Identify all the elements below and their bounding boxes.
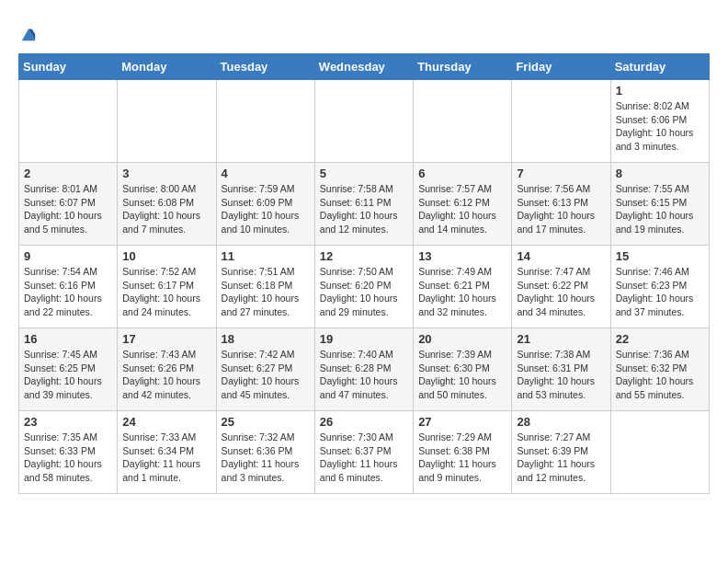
calendar-cell: 20Sunrise: 7:39 AM Sunset: 6:30 PM Dayli… (414, 328, 512, 411)
calendar-cell: 21Sunrise: 7:38 AM Sunset: 6:31 PM Dayli… (512, 328, 610, 411)
day-number: 27 (418, 415, 506, 429)
day-number: 1 (616, 84, 704, 98)
calendar-cell (118, 80, 216, 163)
day-info: Sunrise: 7:47 AM Sunset: 6:22 PM Dayligh… (517, 265, 605, 319)
day-number: 23 (24, 415, 112, 429)
day-number: 3 (122, 167, 210, 180)
day-info: Sunrise: 7:36 AM Sunset: 6:32 PM Dayligh… (616, 348, 704, 402)
day-number: 10 (122, 249, 210, 263)
day-info: Sunrise: 7:27 AM Sunset: 6:39 PM Dayligh… (517, 431, 605, 485)
calendar-cell: 3Sunrise: 8:00 AM Sunset: 6:08 PM Daylig… (118, 163, 216, 246)
calendar-cell: 15Sunrise: 7:46 AM Sunset: 6:23 PM Dayli… (610, 246, 709, 328)
day-number: 12 (320, 249, 408, 263)
weekday-tuesday: Tuesday (216, 54, 314, 80)
day-info: Sunrise: 7:46 AM Sunset: 6:23 PM Dayligh… (616, 265, 704, 319)
calendar-cell: 7Sunrise: 7:56 AM Sunset: 6:13 PM Daylig… (512, 163, 610, 246)
day-number: 25 (222, 415, 310, 429)
logo-icon (20, 26, 37, 42)
calendar-cell: 14Sunrise: 7:47 AM Sunset: 6:22 PM Dayli… (512, 246, 610, 328)
weekday-wednesday: Wednesday (314, 54, 413, 80)
day-info: Sunrise: 7:59 AM Sunset: 6:09 PM Dayligh… (222, 182, 310, 236)
day-info: Sunrise: 7:45 AM Sunset: 6:25 PM Dayligh… (24, 348, 112, 402)
day-info: Sunrise: 8:00 AM Sunset: 6:08 PM Dayligh… (122, 182, 210, 236)
calendar-cell: 4Sunrise: 7:59 AM Sunset: 6:09 PM Daylig… (216, 163, 314, 246)
weekday-header-row: SundayMondayTuesdayWednesdayThursdayFrid… (19, 54, 710, 80)
day-number: 16 (24, 332, 112, 346)
calendar-cell: 10Sunrise: 7:52 AM Sunset: 6:17 PM Dayli… (118, 246, 216, 328)
day-info: Sunrise: 7:51 AM Sunset: 6:18 PM Dayligh… (222, 265, 310, 319)
day-number: 15 (616, 249, 704, 263)
day-info: Sunrise: 7:58 AM Sunset: 6:11 PM Dayligh… (320, 182, 408, 236)
weekday-saturday: Saturday (610, 54, 709, 80)
week-row-1: 1Sunrise: 8:02 AM Sunset: 6:06 PM Daylig… (19, 80, 710, 163)
day-number: 13 (418, 249, 506, 263)
calendar-cell: 2Sunrise: 8:01 AM Sunset: 6:07 PM Daylig… (19, 163, 118, 246)
weekday-sunday: Sunday (19, 54, 118, 80)
day-info: Sunrise: 7:30 AM Sunset: 6:37 PM Dayligh… (320, 431, 408, 485)
day-info: Sunrise: 7:39 AM Sunset: 6:30 PM Dayligh… (418, 348, 506, 402)
calendar-cell: 1Sunrise: 8:02 AM Sunset: 6:06 PM Daylig… (610, 80, 709, 163)
calendar-cell: 24Sunrise: 7:33 AM Sunset: 6:34 PM Dayli… (118, 411, 216, 494)
day-info: Sunrise: 7:35 AM Sunset: 6:33 PM Dayligh… (24, 431, 112, 485)
calendar-cell: 18Sunrise: 7:42 AM Sunset: 6:27 PM Dayli… (216, 328, 314, 411)
calendar-cell: 16Sunrise: 7:45 AM Sunset: 6:25 PM Dayli… (19, 328, 118, 411)
calendar-cell: 9Sunrise: 7:54 AM Sunset: 6:16 PM Daylig… (19, 246, 118, 328)
calendar-cell: 25Sunrise: 7:32 AM Sunset: 6:36 PM Dayli… (216, 411, 314, 494)
day-number: 26 (320, 415, 408, 429)
day-number: 11 (222, 249, 310, 263)
day-info: Sunrise: 7:40 AM Sunset: 6:28 PM Dayligh… (320, 348, 408, 402)
day-number: 22 (616, 332, 704, 346)
day-number: 7 (517, 167, 605, 180)
calendar-cell: 12Sunrise: 7:50 AM Sunset: 6:20 PM Dayli… (314, 246, 413, 328)
calendar-cell: 23Sunrise: 7:35 AM Sunset: 6:33 PM Dayli… (19, 411, 118, 494)
day-info: Sunrise: 7:57 AM Sunset: 6:12 PM Dayligh… (418, 182, 506, 236)
week-row-3: 9Sunrise: 7:54 AM Sunset: 6:16 PM Daylig… (19, 246, 710, 328)
calendar-cell: 28Sunrise: 7:27 AM Sunset: 6:39 PM Dayli… (512, 411, 610, 494)
day-info: Sunrise: 7:33 AM Sunset: 6:34 PM Dayligh… (122, 431, 210, 485)
weekday-friday: Friday (512, 54, 610, 80)
calendar-cell: 6Sunrise: 7:57 AM Sunset: 6:12 PM Daylig… (414, 163, 512, 246)
day-info: Sunrise: 7:42 AM Sunset: 6:27 PM Dayligh… (222, 348, 310, 402)
day-number: 2 (24, 167, 112, 180)
day-info: Sunrise: 7:43 AM Sunset: 6:26 PM Dayligh… (122, 348, 210, 402)
day-number: 19 (320, 332, 408, 346)
day-info: Sunrise: 7:32 AM Sunset: 6:36 PM Dayligh… (222, 431, 310, 485)
day-info: Sunrise: 7:50 AM Sunset: 6:20 PM Dayligh… (320, 265, 408, 319)
weekday-monday: Monday (118, 54, 216, 80)
logo (18, 26, 37, 44)
day-number: 18 (222, 332, 310, 346)
day-number: 17 (122, 332, 210, 346)
day-number: 21 (517, 332, 605, 346)
calendar-cell: 27Sunrise: 7:29 AM Sunset: 6:38 PM Dayli… (414, 411, 512, 494)
calendar-table: SundayMondayTuesdayWednesdayThursdayFrid… (18, 53, 710, 494)
day-number: 6 (418, 167, 506, 180)
week-row-2: 2Sunrise: 8:01 AM Sunset: 6:07 PM Daylig… (19, 163, 710, 246)
calendar-cell (19, 80, 118, 163)
calendar-cell: 17Sunrise: 7:43 AM Sunset: 6:26 PM Dayli… (118, 328, 216, 411)
day-info: Sunrise: 7:52 AM Sunset: 6:17 PM Dayligh… (122, 265, 210, 319)
day-number: 8 (616, 167, 704, 180)
day-info: Sunrise: 7:56 AM Sunset: 6:13 PM Dayligh… (517, 182, 605, 236)
day-number: 5 (320, 167, 408, 180)
calendar-cell (414, 80, 512, 163)
header (18, 18, 710, 44)
week-row-4: 16Sunrise: 7:45 AM Sunset: 6:25 PM Dayli… (19, 328, 710, 411)
calendar-cell (512, 80, 610, 163)
calendar-cell (610, 411, 709, 494)
calendar-cell: 22Sunrise: 7:36 AM Sunset: 6:32 PM Dayli… (610, 328, 709, 411)
day-info: Sunrise: 8:01 AM Sunset: 6:07 PM Dayligh… (24, 182, 112, 236)
calendar-cell: 13Sunrise: 7:49 AM Sunset: 6:21 PM Dayli… (414, 246, 512, 328)
calendar-cell (216, 80, 314, 163)
calendar-cell: 8Sunrise: 7:55 AM Sunset: 6:15 PM Daylig… (610, 163, 709, 246)
day-number: 9 (24, 249, 112, 263)
day-info: Sunrise: 7:29 AM Sunset: 6:38 PM Dayligh… (418, 431, 506, 485)
calendar-cell: 11Sunrise: 7:51 AM Sunset: 6:18 PM Dayli… (216, 246, 314, 328)
day-info: Sunrise: 7:54 AM Sunset: 6:16 PM Dayligh… (24, 265, 112, 319)
day-info: Sunrise: 7:38 AM Sunset: 6:31 PM Dayligh… (517, 348, 605, 402)
day-number: 28 (517, 415, 605, 429)
day-number: 14 (517, 249, 605, 263)
day-number: 24 (122, 415, 210, 429)
day-info: Sunrise: 7:55 AM Sunset: 6:15 PM Dayligh… (616, 182, 704, 236)
day-number: 20 (418, 332, 506, 346)
day-info: Sunrise: 7:49 AM Sunset: 6:21 PM Dayligh… (418, 265, 506, 319)
